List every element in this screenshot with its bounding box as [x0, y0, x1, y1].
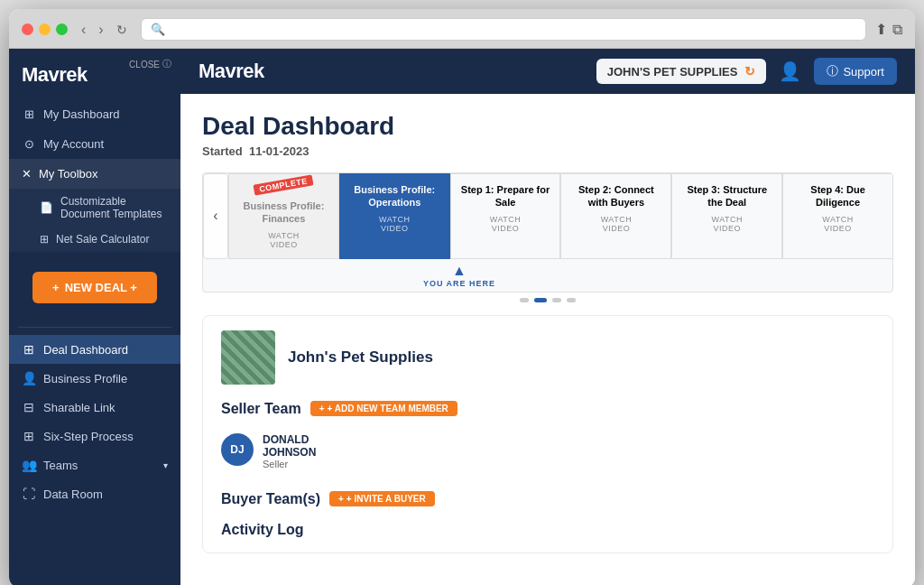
business-image-inner: [221, 330, 275, 385]
app-header: Mavrek JOHN'S PET SUPPLIES ↻ 👤 ⓘ Support: [180, 49, 915, 94]
close-sidebar-button[interactable]: CLOSE ⓘ: [129, 58, 171, 70]
url-input[interactable]: [171, 23, 856, 36]
sidebar-item-label: Teams: [43, 459, 78, 472]
step-title: Step 1: Prepare for Sale: [458, 183, 553, 209]
carousel-prev-button[interactable]: ‹: [203, 173, 228, 259]
sidebar-item-sharable-link[interactable]: ⊟ Sharable Link: [9, 393, 180, 422]
step-card-diligence[interactable]: Step 4: Due Diligence WATCHVIDEO: [782, 173, 892, 259]
sidebar-item-six-step[interactable]: ⊞ Six-Step Process: [9, 422, 180, 450]
step-card-finances[interactable]: COMPLETE Business Profile: Finances WATC…: [228, 173, 339, 259]
sidebar-item-business-profile[interactable]: 👤 Business Profile: [9, 364, 180, 393]
sidebar: Mavrek CLOSE ⓘ ⊞ My Dashboard ⊙ My Accou…: [9, 49, 180, 585]
back-button[interactable]: ‹: [77, 20, 90, 40]
support-icon: ⓘ: [827, 63, 838, 79]
header-logo: Mavrek: [199, 60, 264, 83]
you-are-here-arrow: ▲: [401, 263, 518, 279]
step-card-structure[interactable]: Step 3: Structure the Deal WATCHVIDEO: [671, 173, 782, 259]
sidebar-item-label: Business Profile: [43, 372, 127, 385]
dot-2[interactable]: [534, 298, 547, 302]
share-button[interactable]: ⬆: [875, 21, 887, 38]
dropdown-icon: ▾: [163, 460, 168, 470]
business-name: John's Pet Supplies: [288, 348, 433, 367]
user-avatar-button[interactable]: 👤: [779, 60, 801, 82]
page-subtitle: Started 11-01-2023: [202, 144, 893, 158]
watch-video-label[interactable]: WATCHVIDEO: [236, 231, 331, 249]
step-title: Step 4: Due Diligence: [790, 183, 885, 209]
step-card-operations[interactable]: Business Profile: Operations WATCHVIDEO: [339, 173, 450, 259]
toolbox-children: 📄 Customizable Document Templates ⊞ Net …: [9, 189, 180, 252]
support-label: Support: [843, 65, 884, 79]
new-tab-button[interactable]: ⧉: [892, 21, 902, 38]
process-icon: ⊞: [22, 429, 36, 443]
sidebar-item-net-sale[interactable]: ⊞ Net Sale Calculator: [9, 227, 180, 252]
sidebar-item-label: Six-Step Process: [43, 430, 134, 443]
watch-video-label[interactable]: WATCHVIDEO: [679, 215, 774, 233]
sidebar-divider: [18, 327, 171, 328]
sidebar-item-customizable-docs[interactable]: 📄 Customizable Document Templates: [9, 189, 180, 227]
step-card-connect[interactable]: Step 2: Connect with Buyers WATCHVIDEO: [560, 173, 671, 259]
step-title: Business Profile: Operations: [347, 183, 442, 209]
dot-3[interactable]: [552, 298, 561, 302]
you-are-here-text: YOU ARE HERE: [401, 279, 518, 288]
browser-actions: ⬆ ⧉: [875, 21, 902, 38]
dashboard-icon: ⊞: [22, 342, 36, 357]
you-are-here: ▲ YOU ARE HERE: [401, 259, 518, 292]
you-are-here-container: ▲ YOU ARE HERE: [203, 259, 892, 292]
watch-video-label[interactable]: WATCHVIDEO: [790, 215, 885, 233]
seller-team-section: Seller Team + + ADD NEW TEAM MEMBER DJ D…: [221, 401, 874, 477]
teams-icon: 👥: [22, 458, 36, 472]
sidebar-item-teams[interactable]: 👥 Teams ▾: [9, 450, 180, 479]
fullscreen-traffic-light[interactable]: [56, 23, 68, 35]
watch-video-label[interactable]: WATCHVIDEO: [347, 215, 442, 233]
step-title: Step 3: Structure the Deal: [679, 183, 774, 209]
browser-chrome: ‹ › ↻ 🔍 ⬆ ⧉: [9, 9, 915, 49]
dot-1[interactable]: [520, 298, 529, 302]
business-section: John's Pet Supplies Seller Team + + ADD …: [202, 315, 893, 553]
grid-icon: ⊞: [22, 107, 36, 121]
business-image: [221, 330, 275, 385]
step-title: Step 2: Connect with Buyers: [568, 183, 663, 209]
new-deal-icon: +: [52, 281, 60, 294]
add-team-member-button[interactable]: + + ADD NEW TEAM MEMBER: [310, 401, 457, 416]
close-traffic-light[interactable]: [22, 23, 33, 35]
logo-area: Mavrek CLOSE ⓘ: [9, 49, 180, 96]
sidebar-item-label: My Toolbox: [39, 167, 98, 181]
member-avatar-dj: DJ: [221, 433, 254, 466]
sidebar-item-deal-dashboard[interactable]: ⊞ Deal Dashboard: [9, 335, 180, 364]
traffic-lights: [22, 23, 68, 35]
support-button[interactable]: ⓘ Support: [814, 58, 897, 85]
steps-wrapper: ‹ COMPLETE Business Profile: Finances WA…: [202, 172, 893, 292]
data-room-icon: ⛶: [22, 487, 36, 501]
sidebar-item-data-room[interactable]: ⛶ Data Room: [9, 479, 180, 508]
page-title: Deal Dashboard: [202, 112, 893, 141]
minimize-traffic-light[interactable]: [39, 23, 51, 35]
member-last-name: JOHNSON: [263, 446, 316, 459]
invite-buyer-label: + INVITE A BUYER: [346, 494, 426, 504]
header-right: JOHN'S PET SUPPLIES ↻ 👤 ⓘ Support: [596, 58, 897, 85]
sidebar-item-my-toolbox[interactable]: ✕ My Toolbox: [9, 159, 180, 189]
sidebar-navigation: ⊞ My Dashboard ⊙ My Account ✕ My Toolbox…: [9, 96, 180, 585]
step-card-prepare[interactable]: Step 1: Prepare for Sale WATCHVIDEO: [450, 173, 561, 259]
browser-window: ‹ › ↻ 🔍 ⬆ ⧉ Mavrek CLOSE ⓘ: [9, 9, 915, 585]
profile-icon: 👤: [22, 371, 36, 385]
company-selector[interactable]: JOHN'S PET SUPPLIES ↻: [596, 59, 767, 84]
forward-button[interactable]: ›: [94, 20, 107, 40]
buyer-team-header: Buyer Team(s) + + INVITE A BUYER: [221, 491, 874, 507]
watch-video-label[interactable]: WATCHVIDEO: [568, 215, 663, 233]
watch-video-label[interactable]: WATCHVIDEO: [458, 215, 553, 233]
sidebar-item-label: My Account: [43, 137, 104, 151]
sidebar-item-my-account[interactable]: ⊙ My Account: [9, 129, 180, 159]
member-info-dj: DONALD JOHNSON Seller: [263, 433, 316, 469]
toolbox-child-label: Customizable Document Templates: [60, 195, 168, 220]
dot-4[interactable]: [567, 298, 576, 302]
sidebar-item-my-dashboard[interactable]: ⊞ My Dashboard: [9, 99, 180, 129]
activity-log-title: Activity Log: [221, 522, 874, 538]
reload-button[interactable]: ↻: [112, 20, 132, 40]
invite-buyer-button[interactable]: + + INVITE A BUYER: [329, 491, 435, 506]
main-content: Mavrek JOHN'S PET SUPPLIES ↻ 👤 ⓘ Support…: [180, 49, 915, 585]
sidebar-item-label: Sharable Link: [43, 401, 116, 414]
doc-icon: 📄: [40, 201, 53, 214]
address-bar: 🔍: [141, 18, 866, 41]
new-deal-button[interactable]: + NEW DEAL +: [32, 272, 157, 303]
plus-icon: +: [319, 404, 325, 413]
